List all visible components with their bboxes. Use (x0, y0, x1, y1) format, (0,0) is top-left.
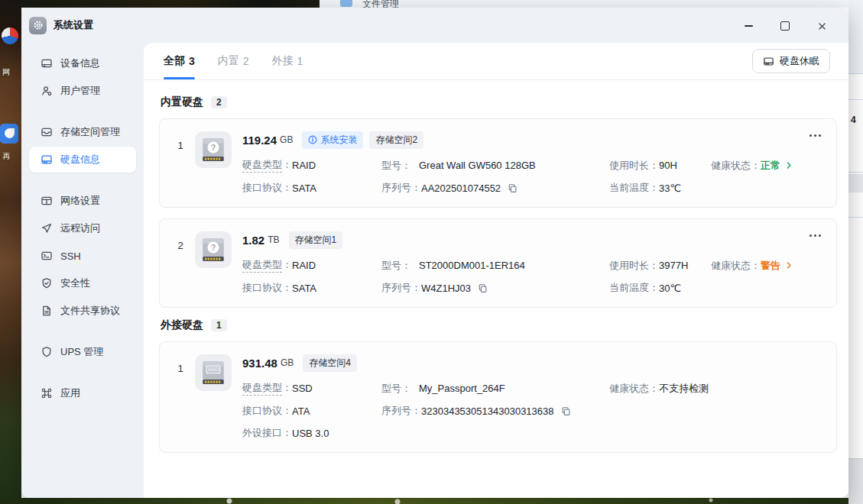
field-value: 正常 (761, 159, 780, 173)
sidebar-item-ssh[interactable]: SSH (29, 243, 136, 269)
tab-all[interactable]: 全部3 (164, 43, 195, 79)
close-icon (818, 22, 826, 31)
field-当前温度: 当前温度：30℃ (609, 281, 711, 295)
desktop-browser-icon (2, 27, 18, 44)
field-label-text: 当前温度 (609, 281, 649, 295)
sidebar-item-ups[interactable]: UPS 管理 (29, 339, 136, 365)
storage-pool-tag: 存储空间2 (369, 131, 423, 149)
maximize-button[interactable] (772, 17, 798, 35)
field-型号: 型号：ST2000DM001-1ER164 (381, 259, 609, 273)
field-value: RAID (292, 160, 316, 171)
disk-card-body: 931.48GB存储空间4硬盘类型：SSD型号：My_Passport_264F… (242, 353, 824, 440)
disk-size-unit: GB (280, 134, 293, 145)
field-label: 健康状态： (711, 259, 761, 273)
section-title: 内置硬盘 (161, 95, 203, 109)
copy-icon[interactable] (478, 283, 488, 293)
disk-size-value: 119.24 (242, 134, 277, 147)
field-硬盘类型: 硬盘类型：SSD (242, 381, 381, 396)
field-value: 不支持检测 (659, 382, 709, 396)
sidebar-item-label: 安全性 (60, 276, 90, 290)
sidebar-item-apps[interactable]: 应用 (29, 380, 136, 406)
tab-internal[interactable]: 内置2 (218, 43, 249, 79)
disk-field-row: 接口协议：SATA序列号：AA202501074552当前温度：33℃ (242, 181, 824, 195)
field-value: ATA (292, 405, 310, 417)
sidebar-item-file-sharing[interactable]: 文件共享协议 (29, 298, 136, 324)
sidebar-item-disk-info[interactable]: 硬盘信息 (29, 147, 136, 173)
more-menu-button[interactable] (806, 230, 824, 241)
user-management-icon (41, 85, 53, 97)
field-label: 使用时长： (609, 159, 659, 173)
device-info-icon (41, 57, 53, 69)
field-序列号: 序列号：AA202501074552 (381, 181, 609, 195)
field-value: 警告 (761, 259, 780, 273)
sidebar-item-security[interactable]: 安全性 (29, 270, 136, 296)
field-健康状态: 健康状态：不支持检测 (609, 382, 711, 396)
field-label-text: 使用时长 (609, 159, 649, 173)
field-label-text: 健康状态 (609, 382, 649, 396)
field-label: 型号： (381, 382, 419, 396)
sidebar-item-storage-management[interactable]: 存储空间管理 (29, 119, 136, 145)
sidebar-item-label: 文件共享协议 (60, 304, 120, 318)
health-status-link[interactable]: 健康状态：正常 (711, 159, 824, 173)
tab-external[interactable]: 外接1 (272, 43, 303, 79)
sidebar-item-network-settings[interactable]: 网络设置 (29, 188, 136, 214)
background-window-file-manager: 文件管理 (320, 0, 848, 8)
field-value: ST2000DM001-1ER164 (419, 260, 525, 271)
chevron-right-icon[interactable] (787, 162, 792, 169)
field-label: 型号： (381, 159, 419, 173)
field-序列号: 序列号：323034353051343030313638 (381, 404, 609, 418)
disk-hibernate-button[interactable]: 硬盘休眠 (752, 49, 830, 73)
disk-card: 1SSD931.48GB存储空间4硬盘类型：SSD型号：My_Passport_… (159, 341, 837, 453)
field-value: Great Wall GW560 128GB (419, 160, 536, 171)
field-value: RAID (292, 260, 316, 271)
field-label-text: 硬盘类型 (242, 258, 282, 273)
sidebar-item-user-management[interactable]: 用户管理 (29, 78, 136, 104)
minimize-button[interactable] (735, 17, 761, 35)
app-window: 系统设置 设备信息用户管理存储空间管理硬盘信息网络设置远程访问SSH安全性文件共… (21, 8, 848, 498)
disk-size-unit: GB (281, 357, 294, 368)
background-window-edge: 4 (848, 0, 863, 504)
background-row-text: 4 (851, 115, 856, 125)
disk-icon (763, 56, 774, 67)
disk-hibernate-label: 硬盘休眠 (780, 54, 819, 68)
security-icon (41, 277, 53, 289)
sidebar-item-remote-access[interactable]: 远程访问 (29, 215, 136, 241)
disk-card: 1?119.24GB系统安装存储空间2硬盘类型：RAID型号：Great Wal… (159, 118, 837, 208)
field-label: 硬盘类型： (242, 258, 292, 273)
field-label-text: 接口协议 (242, 281, 282, 295)
chevron-right-icon[interactable] (787, 262, 792, 269)
more-menu-button[interactable] (806, 130, 824, 141)
disk-info-icon (41, 153, 53, 166)
field-label-text: 接口协议 (242, 181, 282, 195)
field-value: 3977H (659, 260, 688, 271)
disk-head-row: 119.24GB系统安装存储空间2 (242, 130, 824, 150)
disk-drive-icon: ? (195, 131, 232, 168)
health-status-link[interactable]: 健康状态：警告 (711, 259, 824, 273)
copy-icon[interactable] (508, 183, 517, 193)
close-button[interactable] (809, 17, 835, 35)
storage-pool-tag: 存储空间1 (289, 231, 343, 249)
field-接口协议: 接口协议：ATA (242, 404, 381, 418)
sidebar-item-device-info[interactable]: 设备信息 (29, 50, 136, 76)
titlebar: 系统设置 (21, 8, 848, 43)
copy-icon[interactable] (561, 406, 571, 416)
disk-size-value: 1.82 (242, 234, 264, 247)
svg-text:?: ? (211, 243, 216, 252)
field-label: 当前温度： (609, 181, 659, 195)
field-label-text: 型号 (381, 382, 401, 396)
desktop-wallpaper-bottom (0, 498, 848, 504)
field-序列号: 序列号：W4Z1HJ03 (381, 281, 609, 295)
section-header: 内置硬盘2 (161, 95, 837, 109)
disk-index: 2 (167, 230, 193, 295)
sidebar-item-label: 硬盘信息 (60, 153, 100, 166)
tag-label: 存储空间2 (375, 134, 417, 147)
disk-index: 1 (167, 130, 193, 195)
disk-sections: 内置硬盘21?119.24GB系统安装存储空间2硬盘类型：RAID型号：Grea… (144, 80, 848, 453)
minimize-icon (745, 25, 753, 27)
field-label-text: 硬盘类型 (242, 381, 282, 396)
desktop-icon-label: 网 (2, 67, 10, 78)
tag-label: 存储空间1 (295, 234, 337, 247)
field-label-text: 当前温度 (609, 181, 649, 195)
field-label-text: 使用时长 (609, 259, 649, 273)
field-value: 323034353051343030313638 (421, 405, 554, 417)
